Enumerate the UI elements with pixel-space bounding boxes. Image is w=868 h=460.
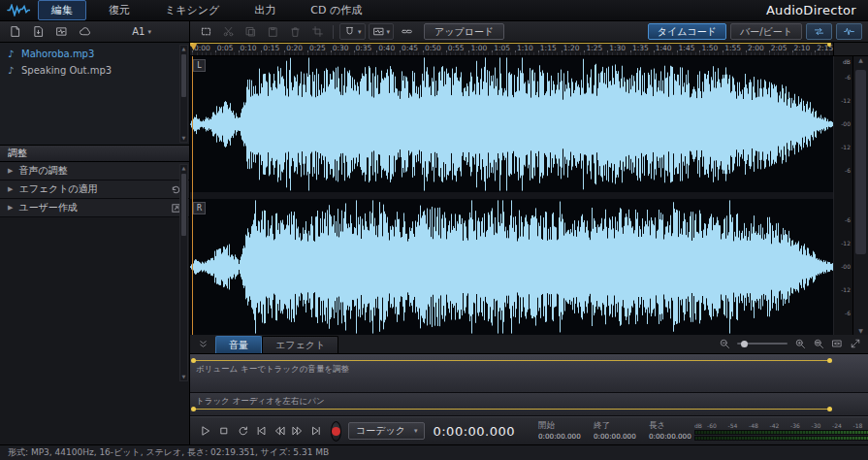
cut-button[interactable]: [218, 23, 238, 40]
trim-button[interactable]: [307, 23, 327, 40]
copy-button[interactable]: [241, 23, 260, 40]
import-audio-button[interactable]: [28, 23, 48, 40]
pan-envelope-line[interactable]: [193, 409, 830, 410]
new-project-button[interactable]: [5, 23, 24, 40]
view-mode-cluster: タイムコード バー/ビート: [648, 23, 862, 40]
tab-volume[interactable]: 音量: [215, 336, 262, 353]
menu-item-0[interactable]: 編集: [38, 0, 86, 20]
envelope-start-key[interactable]: [191, 358, 196, 363]
selection-options-dropdown[interactable]: ▾: [369, 23, 395, 40]
editor-area: ▾▾ アップロード タイムコード バー/ビート 0:000:050:100:15…: [190, 21, 868, 444]
adjust-item-2[interactable]: ▶ユーザー作成: [0, 199, 189, 217]
collapse-panel-button[interactable]: [194, 337, 211, 351]
library-scrollbar[interactable]: ▲ ▼: [179, 45, 188, 143]
selection-times: 開始 0:00:00.000 終了 0:00:00.000 長さ 0:00:00…: [538, 421, 694, 441]
menu-item-3[interactable]: 出力: [241, 1, 288, 19]
volume-automation-track[interactable]: ボリューム キーでトラックの音量を調整: [190, 354, 868, 393]
delete-button[interactable]: [285, 23, 305, 40]
scroll-down-icon[interactable]: ▼: [180, 375, 187, 379]
ruler-tick-label: 2:05: [771, 45, 788, 52]
menu-item-4[interactable]: CD の作成: [298, 1, 374, 19]
waveform-scrollbar[interactable]: ▲ ▼: [852, 56, 868, 335]
codec-label: コーデック: [356, 424, 405, 438]
ruler-tick: [607, 50, 608, 55]
timeline-ruler[interactable]: 0:000:050:100:150:200:250:300:350:400:45…: [190, 43, 833, 55]
library-toolbar: A1 ▾: [0, 21, 189, 43]
audio-visualizer-button[interactable]: [51, 23, 71, 40]
adjust-item-label: ユーザー作成: [18, 201, 77, 214]
record-icon: [332, 427, 340, 436]
stop-button[interactable]: [215, 422, 232, 440]
scrollbar-thumb[interactable]: [181, 174, 186, 236]
font-size-dropdown[interactable]: A1 ▾: [132, 26, 151, 37]
scroll-down-icon[interactable]: ▼: [180, 136, 187, 141]
wave-view-button[interactable]: [836, 23, 862, 40]
timecode-mode-button[interactable]: タイムコード: [648, 23, 726, 40]
adjust-scrollbar[interactable]: ▲ ▼: [179, 164, 188, 381]
fast-forward-button[interactable]: [289, 422, 305, 440]
scroll-up-icon[interactable]: ▲: [180, 47, 187, 51]
ruler-tick: [446, 50, 447, 55]
menu-item-2[interactable]: ミキシング: [152, 1, 232, 19]
envelope-end-key[interactable]: [827, 407, 832, 411]
undock-icon[interactable]: [850, 338, 861, 349]
scrollbar-thumb[interactable]: [855, 70, 866, 254]
previous-button[interactable]: [252, 422, 269, 440]
upload-button[interactable]: アップロード: [424, 23, 504, 40]
scrollbar-thumb[interactable]: [181, 54, 186, 97]
envelope-end-key[interactable]: [827, 358, 832, 363]
zoom-fit-icon[interactable]: [831, 338, 843, 349]
file-name: Speaking Out.mp3: [21, 65, 112, 76]
scroll-up-icon[interactable]: ▲: [180, 166, 187, 171]
volume-envelope-line[interactable]: [193, 360, 830, 361]
adjust-item-0[interactable]: ▶音声の調整: [0, 162, 189, 181]
zoom-in-icon[interactable]: [794, 338, 806, 349]
ruler-tick: [354, 50, 355, 55]
ruler-tick: [538, 50, 539, 55]
cloud-download-button[interactable]: [75, 23, 94, 40]
ruler-tick-label: 0:25: [309, 45, 326, 52]
db-ruler: -6-12-00-12-6-6-12-00-12-6dB: [833, 56, 852, 335]
snap-options-dropdown[interactable]: ▾: [339, 23, 366, 40]
envelope-start-key[interactable]: [191, 407, 196, 411]
file-item[interactable]: ♪Mahoroba.mp3: [0, 46, 189, 62]
zoom-out-icon[interactable]: [719, 338, 730, 349]
ruler-tick-label: 0:40: [378, 45, 395, 52]
rewind-button[interactable]: [271, 422, 287, 440]
range-select-button[interactable]: [196, 23, 215, 40]
left-channel-label: L: [193, 59, 206, 72]
record-button[interactable]: [331, 421, 341, 442]
transfer-button[interactable]: [806, 23, 832, 40]
ruler-tick-label: 0:00: [194, 45, 210, 52]
waveform-display[interactable]: [190, 56, 833, 335]
adjust-item-1[interactable]: ▶エフェクトの適用: [0, 181, 189, 199]
playhead[interactable]: [192, 56, 193, 335]
codec-dropdown[interactable]: コーデック ▾: [348, 422, 425, 440]
music-note-icon: ♪: [8, 49, 16, 59]
meter-scale-label: -60: [707, 423, 717, 429]
selection-end-handle[interactable]: [827, 43, 831, 47]
level-meter: dB -60-54-48-42-36-30-24-18-12-60: [694, 421, 868, 441]
zoom-slider-knob[interactable]: [741, 341, 748, 347]
next-button[interactable]: [307, 422, 324, 440]
menu-item-1[interactable]: 復元: [96, 1, 143, 19]
adjust-item-label: エフェクトの適用: [18, 182, 97, 196]
scroll-down-icon[interactable]: ▼: [853, 328, 868, 334]
ruler-tick: [584, 50, 585, 55]
tab-effects[interactable]: エフェクト: [262, 336, 338, 353]
link-channels-button[interactable]: [397, 23, 416, 40]
loop-button[interactable]: [234, 422, 250, 440]
ruler-tick: [792, 50, 793, 55]
sidebar: A1 ▾ ♪Mahoroba.mp3♪Speaking Out.mp3 ▲ ▼ …: [0, 21, 190, 444]
file-item[interactable]: ♪Speaking Out.mp3: [0, 62, 189, 79]
zoom-selection-icon[interactable]: [813, 338, 824, 349]
zoom-slider[interactable]: [737, 343, 788, 345]
ruler-tick-label: 2:10: [794, 45, 811, 52]
paste-button[interactable]: [263, 23, 282, 40]
bar-beat-mode-button[interactable]: バー/ビート: [730, 23, 802, 40]
ruler-tick-label: 0:55: [448, 45, 465, 52]
pan-automation-track[interactable]: トラック オーディオを左右にパン: [190, 393, 868, 416]
ruler-tick-label: 0:45: [402, 45, 418, 52]
scroll-up-icon[interactable]: ▲: [853, 57, 868, 63]
play-button[interactable]: [197, 422, 213, 440]
